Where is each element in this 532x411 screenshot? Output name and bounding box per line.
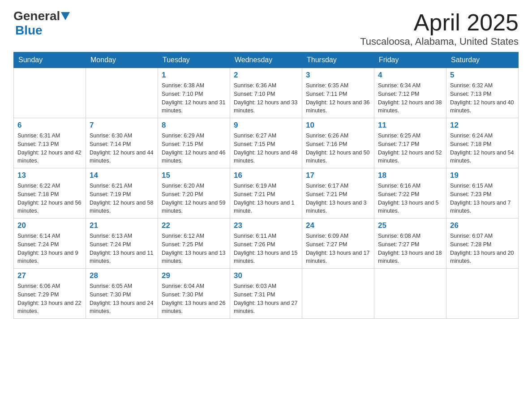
day-number: 30	[234, 271, 298, 280]
day-number: 26	[450, 221, 515, 230]
day-info: Sunrise: 6:08 AMSunset: 7:27 PMDaylight:…	[378, 232, 442, 265]
day-info: Sunrise: 6:27 AMSunset: 7:15 PMDaylight:…	[234, 132, 298, 165]
calendar-day-header: Monday	[86, 52, 158, 68]
day-info: Sunrise: 6:13 AMSunset: 7:24 PMDaylight:…	[90, 232, 154, 265]
calendar-header: SundayMondayTuesdayWednesdayThursdayFrid…	[14, 52, 519, 68]
calendar-cell: 7Sunrise: 6:30 AMSunset: 7:14 PMDaylight…	[86, 118, 158, 168]
day-number: 11	[378, 121, 442, 130]
day-number: 10	[306, 121, 370, 130]
day-info: Sunrise: 6:16 AMSunset: 7:22 PMDaylight:…	[378, 182, 442, 215]
calendar-cell: 16Sunrise: 6:19 AMSunset: 7:21 PMDayligh…	[230, 168, 302, 218]
calendar-cell: 26Sunrise: 6:07 AMSunset: 7:28 PMDayligh…	[446, 218, 519, 269]
title-block: April 2025 Tuscaloosa, Alabama, United S…	[360, 9, 519, 47]
day-number: 25	[378, 221, 442, 230]
calendar-day-header: Thursday	[302, 52, 374, 68]
day-number: 15	[162, 171, 226, 180]
calendar-day-header: Saturday	[446, 52, 519, 68]
day-number: 27	[17, 271, 82, 280]
calendar-cell: 25Sunrise: 6:08 AMSunset: 7:27 PMDayligh…	[374, 218, 446, 269]
calendar-day-header: Tuesday	[158, 52, 230, 68]
day-number: 29	[162, 271, 226, 280]
calendar-day-header: Sunday	[14, 52, 86, 68]
day-number: 23	[234, 221, 298, 230]
day-info: Sunrise: 6:34 AMSunset: 7:12 PMDaylight:…	[378, 81, 442, 115]
day-info: Sunrise: 6:05 AMSunset: 7:30 PMDaylight:…	[90, 282, 154, 316]
calendar-cell: 6Sunrise: 6:31 AMSunset: 7:13 PMDaylight…	[14, 118, 86, 168]
calendar-cell: 27Sunrise: 6:06 AMSunset: 7:29 PMDayligh…	[14, 269, 86, 319]
calendar-cell: 15Sunrise: 6:20 AMSunset: 7:20 PMDayligh…	[158, 168, 230, 218]
day-number: 12	[450, 121, 515, 130]
day-info: Sunrise: 6:06 AMSunset: 7:29 PMDaylight:…	[17, 282, 82, 316]
calendar-cell: 24Sunrise: 6:09 AMSunset: 7:27 PMDayligh…	[302, 218, 374, 269]
page-title: April 2025	[360, 9, 519, 36]
day-number: 5	[450, 71, 515, 80]
calendar-cell: 23Sunrise: 6:11 AMSunset: 7:26 PMDayligh…	[230, 218, 302, 269]
calendar-cell: 29Sunrise: 6:04 AMSunset: 7:30 PMDayligh…	[158, 269, 230, 319]
day-number: 1	[162, 71, 226, 80]
calendar-cell: 21Sunrise: 6:13 AMSunset: 7:24 PMDayligh…	[86, 218, 158, 269]
day-info: Sunrise: 6:24 AMSunset: 7:18 PMDaylight:…	[450, 132, 515, 165]
calendar-cell	[374, 269, 446, 319]
day-number: 3	[306, 71, 370, 80]
day-number: 18	[378, 171, 442, 180]
logo: General Blue	[13, 9, 70, 38]
calendar-cell: 18Sunrise: 6:16 AMSunset: 7:22 PMDayligh…	[374, 168, 446, 218]
calendar-cell	[446, 269, 519, 319]
day-info: Sunrise: 6:30 AMSunset: 7:14 PMDaylight:…	[90, 132, 154, 165]
day-number: 14	[90, 171, 154, 180]
day-number: 7	[90, 121, 154, 130]
calendar-cell: 3Sunrise: 6:35 AMSunset: 7:11 PMDaylight…	[302, 68, 374, 118]
day-number: 22	[162, 221, 226, 230]
day-info: Sunrise: 6:03 AMSunset: 7:31 PMDaylight:…	[234, 282, 298, 316]
day-info: Sunrise: 6:36 AMSunset: 7:10 PMDaylight:…	[234, 81, 298, 115]
calendar-week-row: 20Sunrise: 6:14 AMSunset: 7:24 PMDayligh…	[14, 218, 519, 269]
calendar-cell: 11Sunrise: 6:25 AMSunset: 7:17 PMDayligh…	[374, 118, 446, 168]
calendar-cell: 20Sunrise: 6:14 AMSunset: 7:24 PMDayligh…	[14, 218, 86, 269]
day-number: 21	[90, 221, 154, 230]
day-info: Sunrise: 6:20 AMSunset: 7:20 PMDaylight:…	[162, 182, 226, 215]
calendar-week-row: 27Sunrise: 6:06 AMSunset: 7:29 PMDayligh…	[14, 269, 519, 319]
calendar-cell	[14, 68, 86, 118]
calendar-week-row: 6Sunrise: 6:31 AMSunset: 7:13 PMDaylight…	[14, 118, 519, 168]
calendar-cell: 22Sunrise: 6:12 AMSunset: 7:25 PMDayligh…	[158, 218, 230, 269]
calendar-cell: 4Sunrise: 6:34 AMSunset: 7:12 PMDaylight…	[374, 68, 446, 118]
day-info: Sunrise: 6:17 AMSunset: 7:21 PMDaylight:…	[306, 182, 370, 215]
day-info: Sunrise: 6:21 AMSunset: 7:19 PMDaylight:…	[90, 182, 154, 215]
day-info: Sunrise: 6:29 AMSunset: 7:15 PMDaylight:…	[162, 132, 226, 165]
day-number: 16	[234, 171, 298, 180]
calendar-cell: 9Sunrise: 6:27 AMSunset: 7:15 PMDaylight…	[230, 118, 302, 168]
calendar-cell: 19Sunrise: 6:15 AMSunset: 7:23 PMDayligh…	[446, 168, 519, 218]
calendar-cell: 2Sunrise: 6:36 AMSunset: 7:10 PMDaylight…	[230, 68, 302, 118]
calendar-cell: 28Sunrise: 6:05 AMSunset: 7:30 PMDayligh…	[86, 269, 158, 319]
day-info: Sunrise: 6:14 AMSunset: 7:24 PMDaylight:…	[17, 232, 82, 265]
day-info: Sunrise: 6:31 AMSunset: 7:13 PMDaylight:…	[17, 132, 82, 165]
day-number: 20	[17, 221, 82, 230]
day-number: 19	[450, 171, 515, 180]
calendar-cell: 1Sunrise: 6:38 AMSunset: 7:10 PMDaylight…	[158, 68, 230, 118]
day-info: Sunrise: 6:22 AMSunset: 7:18 PMDaylight:…	[17, 182, 82, 215]
day-number: 28	[90, 271, 154, 280]
day-info: Sunrise: 6:09 AMSunset: 7:27 PMDaylight:…	[306, 232, 370, 265]
day-number: 9	[234, 121, 298, 130]
day-info: Sunrise: 6:15 AMSunset: 7:23 PMDaylight:…	[450, 182, 515, 215]
day-number: 2	[234, 71, 298, 80]
day-info: Sunrise: 6:38 AMSunset: 7:10 PMDaylight:…	[162, 81, 226, 115]
day-number: 8	[162, 121, 226, 130]
day-info: Sunrise: 6:35 AMSunset: 7:11 PMDaylight:…	[306, 81, 370, 115]
logo-blue-text: Blue	[15, 23, 43, 38]
day-info: Sunrise: 6:25 AMSunset: 7:17 PMDaylight:…	[378, 132, 442, 165]
day-info: Sunrise: 6:32 AMSunset: 7:13 PMDaylight:…	[450, 81, 515, 115]
calendar-week-row: 13Sunrise: 6:22 AMSunset: 7:18 PMDayligh…	[14, 168, 519, 218]
calendar-cell: 10Sunrise: 6:26 AMSunset: 7:16 PMDayligh…	[302, 118, 374, 168]
calendar-cell: 17Sunrise: 6:17 AMSunset: 7:21 PMDayligh…	[302, 168, 374, 218]
day-info: Sunrise: 6:07 AMSunset: 7:28 PMDaylight:…	[450, 232, 515, 265]
day-info: Sunrise: 6:26 AMSunset: 7:16 PMDaylight:…	[306, 132, 370, 165]
svg-marker-0	[61, 12, 70, 20]
day-number: 4	[378, 71, 442, 80]
day-info: Sunrise: 6:11 AMSunset: 7:26 PMDaylight:…	[234, 232, 298, 265]
day-info: Sunrise: 6:04 AMSunset: 7:30 PMDaylight:…	[162, 282, 226, 316]
page-subtitle: Tuscaloosa, Alabama, United States	[360, 36, 519, 47]
day-number: 6	[17, 121, 82, 130]
calendar-cell: 8Sunrise: 6:29 AMSunset: 7:15 PMDaylight…	[158, 118, 230, 168]
calendar-cell: 13Sunrise: 6:22 AMSunset: 7:18 PMDayligh…	[14, 168, 86, 218]
